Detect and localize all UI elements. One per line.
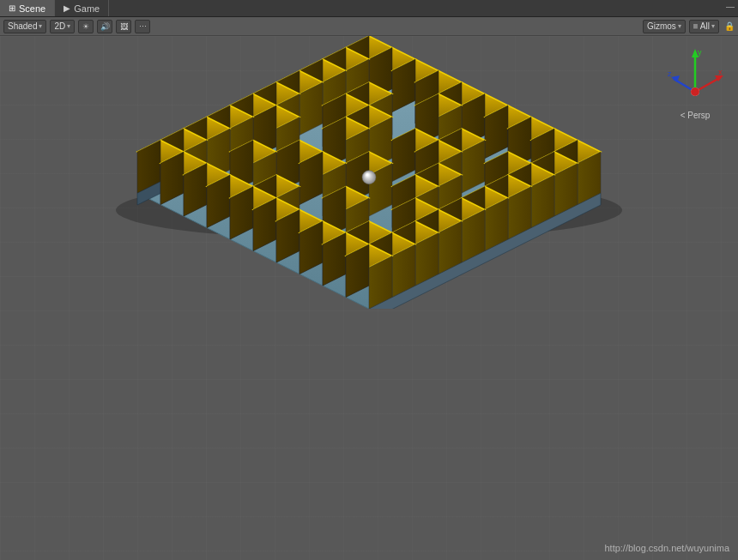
svg-point-63 xyxy=(691,87,699,96)
all-label: ≡ All xyxy=(693,21,710,31)
gizmo-axes-svg: y x z xyxy=(665,45,725,109)
watermark-text: http://blog.csdn.net/wuyunima xyxy=(604,543,729,553)
shading-label: Shaded xyxy=(8,21,37,31)
svg-text:z: z xyxy=(668,69,672,78)
scene-icon: ⊞ xyxy=(9,3,15,13)
maze-canvas xyxy=(34,36,704,309)
mode-dropdown[interactable]: 2D xyxy=(50,20,75,33)
game-tab-label: Game xyxy=(74,3,100,14)
window-minimize-button[interactable]: — xyxy=(726,2,735,11)
gizmo-overlay: y x z < Persp xyxy=(661,45,729,122)
lock-icon: 🔒 xyxy=(724,21,735,31)
toolbar-right: Gizmos ≡ All 🔒 xyxy=(643,20,735,33)
tab-game[interactable]: ▶ Game xyxy=(55,0,109,16)
tab-scene[interactable]: ⊞ Scene xyxy=(0,0,55,16)
gizmos-label: Gizmos xyxy=(647,21,676,31)
svg-text:y: y xyxy=(698,48,702,57)
scene-tab-label: Scene xyxy=(19,3,45,14)
all-dropdown[interactable]: ≡ All xyxy=(689,20,719,33)
toolbar: Shaded 2D ☀ 🔊 🖼 ⋯ Gizmos ≡ All 🔒 xyxy=(0,17,738,36)
tab-bar: ⊞ Scene ▶ Game — xyxy=(0,0,738,17)
extra-button[interactable]: ⋯ xyxy=(135,20,150,33)
audio-button[interactable]: 🔊 xyxy=(97,20,112,33)
gizmo-persp-label: < Persp xyxy=(681,111,711,120)
effect-button[interactable]: 🖼 xyxy=(116,20,131,33)
lighting-button[interactable]: ☀ xyxy=(78,20,94,33)
game-icon: ▶ xyxy=(64,3,70,13)
mode-label: 2D xyxy=(54,21,65,31)
gizmos-dropdown[interactable]: Gizmos xyxy=(643,20,686,33)
svg-text:x: x xyxy=(718,68,723,76)
scene-canvas[interactable]: y x z < Persp http://blog.csdn.net/wuyun… xyxy=(0,36,738,560)
svg-line-56 xyxy=(695,77,721,92)
shading-dropdown[interactable]: Shaded xyxy=(3,20,46,33)
